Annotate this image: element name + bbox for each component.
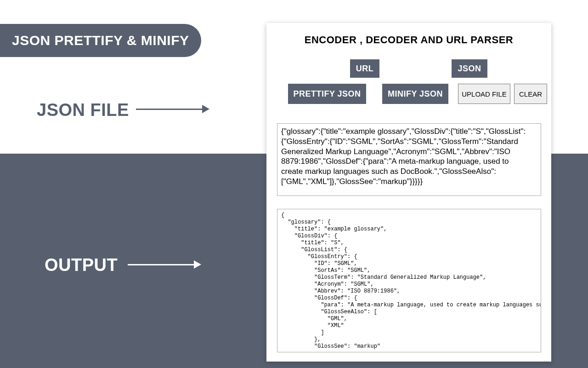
output-label: OUTPUT bbox=[45, 255, 118, 275]
prettify-json-button[interactable]: PRETTIFY JSON bbox=[288, 84, 366, 104]
tab-json[interactable]: JSON bbox=[452, 59, 487, 78]
arrow-icon bbox=[136, 105, 209, 113]
minify-json-button[interactable]: MINIFY JSON bbox=[382, 84, 448, 104]
clear-button[interactable]: CLEAR bbox=[514, 84, 547, 104]
feature-pill-label: JSON PRETTIFY & MINIFY bbox=[12, 33, 189, 48]
feature-pill: JSON PRETTIFY & MINIFY bbox=[0, 24, 201, 57]
json-input-textarea[interactable] bbox=[277, 123, 541, 196]
json-file-label: JSON FILE bbox=[37, 100, 129, 120]
json-output-pre[interactable]: { "glossary": { "title": "example glossa… bbox=[277, 209, 541, 352]
upload-file-button[interactable]: UPLOAD FILE bbox=[458, 84, 510, 104]
tab-url[interactable]: URL bbox=[350, 59, 379, 78]
arrow-icon bbox=[128, 260, 201, 269]
tool-panel: ENCODER , DECODER AND URL PARSER URL JSO… bbox=[266, 23, 551, 362]
panel-title: ENCODER , DECODER AND URL PARSER bbox=[266, 34, 551, 46]
